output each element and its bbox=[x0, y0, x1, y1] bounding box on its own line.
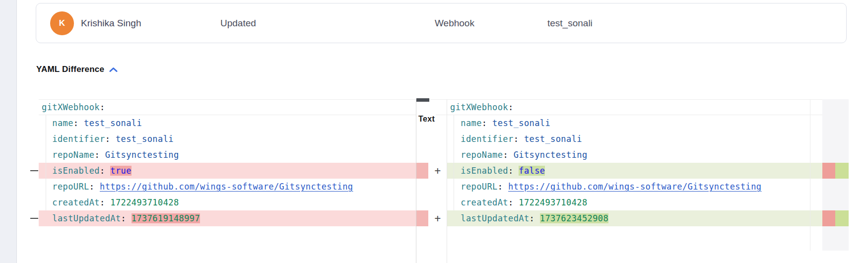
yaml-key: createdAt bbox=[52, 197, 100, 207]
code-line: gitXWebhook: bbox=[39, 99, 416, 115]
ruler-mark-added bbox=[835, 210, 849, 226]
yaml-value: test_sonali bbox=[116, 134, 174, 144]
avatar: K bbox=[50, 11, 74, 35]
code-line: repoName: Gitsynctesting bbox=[447, 147, 822, 163]
yaml-key: gitXWebhook bbox=[450, 102, 508, 112]
yaml-colon: : bbox=[100, 102, 105, 112]
yaml-value: 1737619148997 bbox=[132, 213, 200, 223]
code-line: name: test_sonali bbox=[447, 115, 822, 131]
yaml-key: identifier bbox=[52, 134, 105, 144]
yaml-colon: : bbox=[503, 150, 508, 160]
yaml-value: Gitsynctesting bbox=[514, 150, 588, 160]
yaml-value: test_sonali bbox=[84, 118, 142, 128]
ruler-mark-removed bbox=[416, 163, 428, 179]
yaml-key: lastUpdatedAt bbox=[52, 213, 121, 223]
yaml-colon: : bbox=[530, 213, 535, 223]
added-line-marker: + bbox=[431, 163, 445, 179]
added-line-marker: + bbox=[431, 210, 445, 226]
yaml-key: repoURL bbox=[461, 182, 497, 192]
yaml-key: identifier bbox=[461, 134, 513, 144]
yaml-colon: : bbox=[514, 134, 519, 144]
code-line: createdAt: 1722493710428 bbox=[39, 195, 416, 210]
yaml-key: gitXWebhook bbox=[42, 102, 100, 112]
code-line: identifier: test_sonali bbox=[447, 131, 822, 147]
yaml-key: name bbox=[52, 118, 73, 128]
yaml-value: 1722493710428 bbox=[519, 197, 587, 207]
chevron-up-icon[interactable] bbox=[109, 67, 118, 72]
ruler-mark-removed bbox=[822, 210, 835, 226]
yaml-key: isEnabled bbox=[52, 166, 100, 176]
yaml-value: Gitsynctesting bbox=[105, 150, 179, 160]
ruler-mark-removed bbox=[416, 210, 428, 226]
yaml-key: createdAt bbox=[461, 197, 508, 207]
yaml-colon: : bbox=[100, 166, 105, 176]
diff-pane-original[interactable]: gitXWebhook: name: test_sonali identifie… bbox=[39, 99, 416, 263]
yaml-key: isEnabled bbox=[461, 166, 508, 176]
audit-action: Updated bbox=[220, 3, 256, 43]
diff-mode-label[interactable]: Text bbox=[417, 114, 436, 124]
yaml-colon: : bbox=[508, 197, 514, 207]
code-line: name: test_sonali bbox=[39, 115, 416, 131]
yaml-value-link[interactable]: https://github.com/wings-software/Gitsyn… bbox=[508, 182, 761, 192]
yaml-colon: : bbox=[94, 150, 100, 160]
yaml-colon: : bbox=[105, 134, 111, 144]
yaml-value-link[interactable]: https://github.com/wings-software/Gitsyn… bbox=[100, 182, 353, 192]
yaml-value: 1737623452908 bbox=[540, 213, 608, 223]
yaml-colon: : bbox=[121, 213, 127, 223]
audit-user-name: Krishika Singh bbox=[81, 3, 141, 43]
removed-line-marker bbox=[30, 170, 38, 171]
yaml-value: false bbox=[519, 166, 545, 176]
yaml-colon: : bbox=[508, 166, 514, 176]
yaml-difference-title: YAML Difference bbox=[36, 65, 104, 74]
audit-resource-type: Webhook bbox=[435, 3, 474, 43]
code-line: repoURL: https://github.com/wings-softwa… bbox=[447, 179, 822, 195]
code-line: repoURL: https://github.com/wings-softwa… bbox=[39, 179, 416, 195]
yaml-colon: : bbox=[498, 182, 503, 192]
yaml-colon: : bbox=[482, 118, 487, 128]
avatar-initial: K bbox=[59, 18, 65, 28]
yaml-colon: : bbox=[89, 182, 95, 192]
page-gutter bbox=[0, 0, 17, 263]
audit-row-card[interactable]: K Krishika Singh Updated Webhook test_so… bbox=[36, 3, 847, 43]
yaml-key: lastUpdatedAt bbox=[461, 213, 529, 223]
yaml-colon: : bbox=[100, 197, 105, 207]
yaml-key: repoName bbox=[52, 150, 94, 160]
audit-resource-name: test_sonali bbox=[547, 3, 593, 43]
ruler-mark-removed bbox=[822, 163, 835, 179]
diff-pane-modified[interactable]: gitXWebhook: name: test_sonali identifie… bbox=[447, 99, 822, 263]
yaml-key: repoURL bbox=[52, 182, 89, 192]
indent-guide bbox=[46, 115, 46, 210]
ruler-mark-added bbox=[835, 163, 849, 179]
code-line: lastUpdatedAt: 1737619148997 bbox=[39, 210, 416, 226]
removed-line-marker bbox=[30, 218, 38, 219]
yaml-value: test_sonali bbox=[524, 134, 582, 144]
code-line: gitXWebhook: bbox=[447, 99, 822, 115]
yaml-key: name bbox=[461, 118, 482, 128]
overview-cursor-marker[interactable] bbox=[416, 98, 429, 102]
code-line: repoName: Gitsynctesting bbox=[39, 147, 416, 163]
yaml-value: true bbox=[110, 166, 132, 176]
code-line: identifier: test_sonali bbox=[39, 131, 416, 147]
yaml-diff-editor: gitXWebhook: name: test_sonali identifie… bbox=[30, 99, 849, 263]
yaml-difference-header: YAML Difference bbox=[36, 65, 118, 74]
yaml-colon: : bbox=[508, 102, 514, 112]
yaml-colon: : bbox=[73, 118, 79, 128]
yaml-key: repoName bbox=[461, 150, 503, 160]
code-line: lastUpdatedAt: 1737623452908 bbox=[447, 210, 822, 226]
code-line: createdAt: 1722493710428 bbox=[447, 195, 822, 210]
editor-edge-line bbox=[810, 99, 810, 251]
indent-guide bbox=[454, 115, 454, 210]
code-line: isEnabled: false bbox=[447, 163, 822, 179]
code-line: isEnabled: true bbox=[39, 163, 416, 179]
yaml-value: 1722493710428 bbox=[110, 197, 179, 207]
yaml-value: test_sonali bbox=[492, 118, 550, 128]
